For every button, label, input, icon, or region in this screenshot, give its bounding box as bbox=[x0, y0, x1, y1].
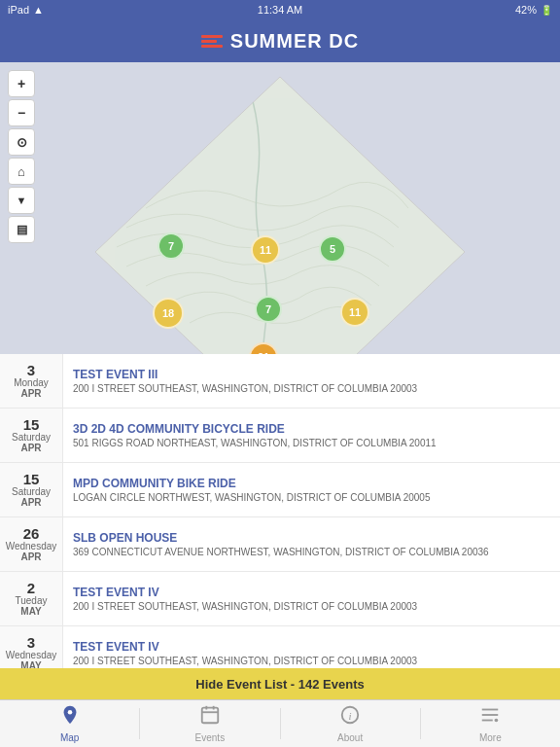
cluster-marker-3[interactable]: 5 bbox=[319, 235, 346, 263]
cluster-marker-6[interactable]: 11 bbox=[340, 298, 369, 327]
svg-rect-3 bbox=[202, 708, 219, 724]
svg-point-12 bbox=[495, 719, 499, 723]
layers-button[interactable]: ▤ bbox=[8, 216, 35, 243]
tab-map[interactable]: Map bbox=[0, 700, 139, 747]
cluster-marker-5[interactable]: 7 bbox=[255, 296, 282, 323]
table-row[interactable]: 3 Monday APR TEST EVENT III 200 I STREET… bbox=[0, 354, 560, 409]
event-info-5: TEST EVENT IV 200 I STREET SOUTHEAST, WA… bbox=[63, 572, 560, 625]
battery-label: 42% bbox=[515, 4, 537, 16]
event-date-4: 26 Wednesday APR bbox=[0, 517, 63, 571]
tab-about[interactable]: i About bbox=[281, 700, 420, 747]
event-list-container: 3 Monday APR TEST EVENT III 200 I STREET… bbox=[0, 354, 560, 699]
map-tab-label: Map bbox=[60, 732, 79, 743]
event-date-2: 15 Saturday APR bbox=[0, 409, 63, 462]
status-bar: iPad ▲ 11:34 AM 42% 🔋 bbox=[0, 0, 560, 19]
zoom-out-button[interactable]: − bbox=[8, 99, 35, 126]
event-info-4: SLB OPEN HOUSE 369 CONNECTICUT AVENUE NO… bbox=[63, 517, 560, 571]
battery-icon: 🔋 bbox=[541, 5, 552, 16]
more-tab-label: More bbox=[479, 732, 502, 743]
event-date-5: 2 Tueday MAY bbox=[0, 572, 63, 625]
gps-button[interactable]: ⊙ bbox=[8, 128, 35, 156]
app-title: SUMMER DC bbox=[230, 30, 359, 53]
wifi-icon: ▲ bbox=[33, 4, 44, 16]
event-list: 3 Monday APR TEST EVENT III 200 I STREET… bbox=[0, 354, 560, 668]
event-info-3: MPD COMMUNITY BIKE RIDE LOGAN CIRCLE NOR… bbox=[63, 463, 560, 516]
table-row[interactable]: 26 Wednesday APR SLB OPEN HOUSE 369 CONN… bbox=[0, 517, 560, 572]
content-area: + − ⊙ ⌂ ▼ ▤ 7 11 5 18 7 11 31 bbox=[0, 62, 560, 699]
event-date-6: 3 Wednesday MAY bbox=[0, 626, 63, 668]
events-tab-icon bbox=[199, 704, 221, 730]
carrier-label: iPad bbox=[8, 4, 29, 16]
table-row[interactable]: 2 Tueday MAY TEST EVENT IV 200 I STREET … bbox=[0, 572, 560, 626]
home-button[interactable]: ⌂ bbox=[8, 158, 35, 185]
cluster-marker-2[interactable]: 11 bbox=[251, 235, 280, 265]
about-tab-icon: i bbox=[339, 704, 361, 730]
event-info-2: 3D 2D 4D COMMUNITY BICYCLE RIDE 501 RIGG… bbox=[63, 409, 560, 462]
filter-button[interactable]: ▼ bbox=[8, 187, 35, 214]
event-date-1: 3 Monday APR bbox=[0, 354, 63, 408]
svg-text:i: i bbox=[349, 710, 352, 722]
about-tab-label: About bbox=[337, 732, 363, 743]
map-container[interactable]: + − ⊙ ⌂ ▼ ▤ 7 11 5 18 7 11 31 bbox=[0, 62, 560, 354]
hide-bar-label: Hide Event List - 142 Events bbox=[195, 677, 364, 692]
event-info-6: TEST EVENT IV 200 I STREET SOUTHEAST, WA… bbox=[63, 626, 560, 668]
more-tab-icon bbox=[479, 704, 501, 730]
cluster-marker-1[interactable]: 7 bbox=[158, 232, 185, 260]
tab-more[interactable]: More bbox=[421, 700, 560, 747]
map-tab-icon bbox=[59, 704, 81, 730]
event-info-1: TEST EVENT III 200 I STREET SOUTHEAST, W… bbox=[63, 354, 560, 408]
app-logo bbox=[201, 35, 223, 48]
hide-event-list-bar[interactable]: Hide Event List - 142 Events bbox=[0, 668, 560, 699]
svg-point-2 bbox=[67, 710, 72, 715]
tab-bar: Map Events i About bbox=[0, 699, 560, 747]
table-row[interactable]: 15 Saturday APR MPD COMMUNITY BIKE RIDE … bbox=[0, 463, 560, 517]
tab-events[interactable]: Events bbox=[140, 700, 279, 747]
table-row[interactable]: 15 Saturday APR 3D 2D 4D COMMUNITY BICYC… bbox=[0, 409, 560, 463]
time-label: 11:34 AM bbox=[258, 4, 302, 16]
table-row[interactable]: 3 Wednesday MAY TEST EVENT IV 200 I STRE… bbox=[0, 626, 560, 668]
cluster-marker-4[interactable]: 18 bbox=[153, 298, 184, 329]
events-tab-label: Events bbox=[195, 732, 226, 743]
app-header: SUMMER DC bbox=[0, 19, 560, 62]
map-controls: + − ⊙ ⌂ ▼ ▤ bbox=[8, 70, 35, 243]
zoom-in-button[interactable]: + bbox=[8, 70, 35, 97]
event-date-3: 15 Saturday APR bbox=[0, 463, 63, 516]
